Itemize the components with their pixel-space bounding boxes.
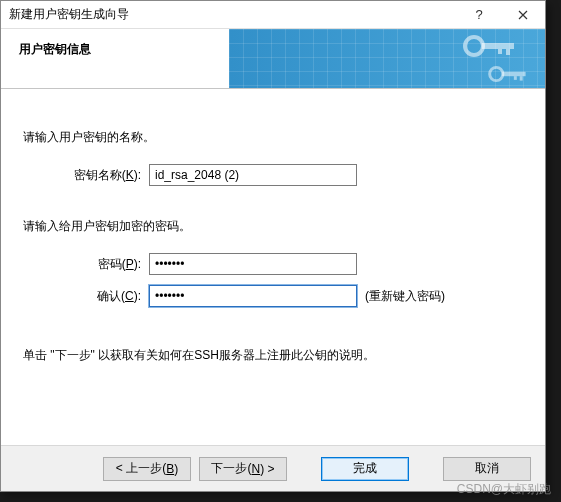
key-name-input[interactable] (149, 164, 357, 186)
back-button[interactable]: < 上一步(B) (103, 457, 191, 481)
content-area: 请输入用户密钥的名称。 密钥名称(K): 请输入给用户密钥加密的密码。 密码(P… (1, 89, 545, 364)
svg-rect-7 (514, 76, 517, 80)
wizard-window: 新建用户密钥生成向导 ? 用户密钥信息 请输入用户密钥的名称 (0, 0, 546, 492)
key-name-row: 密钥名称(K): (23, 164, 523, 186)
password-input[interactable] (149, 253, 357, 275)
key-icon (460, 31, 520, 61)
help-button[interactable]: ? (457, 1, 501, 29)
instruction-text: 单击 "下一步" 以获取有关如何在SSH服务器上注册此公钥的说明。 (23, 347, 523, 364)
confirm-label: 确认(C): (23, 288, 149, 305)
cancel-button[interactable]: 取消 (443, 457, 531, 481)
next-button[interactable]: 下一步(N) > (199, 457, 287, 481)
password-prompt: 请输入给用户密钥加密的密码。 (23, 218, 523, 235)
button-bar: < 上一步(B) 下一步(N) > 完成 取消 (1, 445, 545, 491)
password-row: 密码(P): (23, 253, 523, 275)
banner-title: 用户密钥信息 (19, 41, 91, 58)
svg-point-4 (490, 67, 503, 80)
svg-rect-3 (498, 49, 502, 54)
close-button[interactable] (501, 1, 545, 29)
banner-pattern (229, 29, 545, 88)
name-prompt: 请输入用户密钥的名称。 (23, 129, 523, 146)
key-icon (486, 63, 530, 85)
finish-button[interactable]: 完成 (321, 457, 409, 481)
titlebar: 新建用户密钥生成向导 ? (1, 1, 545, 29)
confirm-hint: (重新键入密码) (365, 288, 445, 305)
confirm-input[interactable] (149, 285, 357, 307)
banner: 用户密钥信息 (1, 29, 545, 89)
password-label: 密码(P): (23, 256, 149, 273)
svg-rect-2 (506, 49, 510, 55)
svg-rect-6 (520, 76, 523, 80)
close-icon (518, 10, 528, 20)
window-title: 新建用户密钥生成向导 (9, 6, 457, 23)
svg-point-0 (465, 37, 483, 55)
svg-rect-1 (482, 43, 514, 49)
confirm-row: 确认(C): (重新键入密码) (23, 285, 523, 307)
svg-rect-5 (502, 72, 525, 76)
key-name-label: 密钥名称(K): (23, 167, 149, 184)
